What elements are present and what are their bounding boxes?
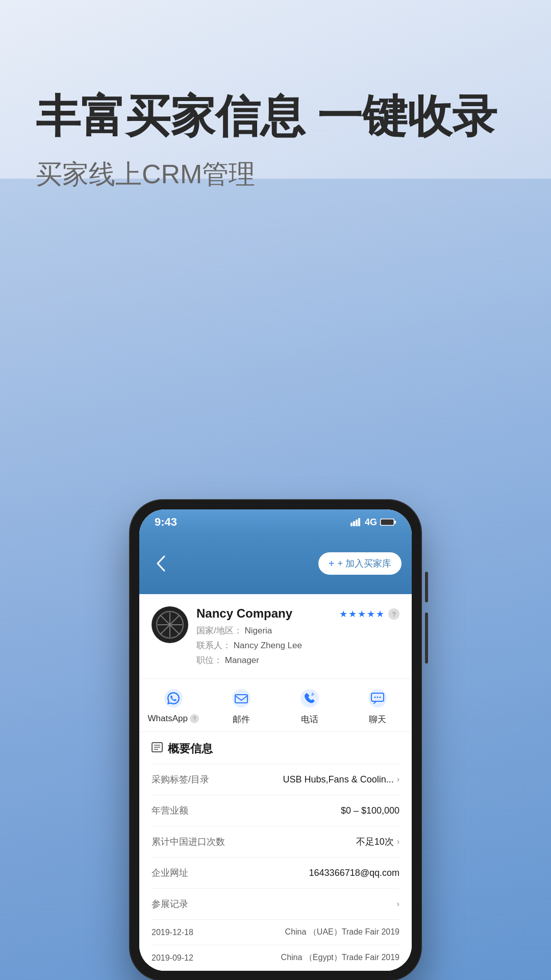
svg-rect-0	[350, 523, 353, 526]
company-position: 职位： Manager	[196, 653, 399, 668]
trade-date-2: 2019-09-12	[152, 953, 193, 963]
phone-label: 电话	[301, 714, 318, 725]
add-button-label: + 加入买家库	[337, 557, 391, 570]
company-contact: 联系人： Nancy Zheng Lee	[196, 639, 399, 653]
sub-title: 买家线上CRM管理	[36, 157, 515, 192]
avatar-graphic	[152, 606, 188, 643]
trade-date-1: 2019-12-18	[152, 928, 193, 937]
whatsapp-help-icon[interactable]: ?	[190, 714, 199, 723]
mail-label: 邮件	[233, 714, 250, 725]
chat-icon	[366, 687, 389, 709]
company-avatar	[152, 606, 188, 643]
info-row-revenue: 年营业额 $0 – $100,000	[152, 795, 399, 826]
trade-event-2: China （Egypt）Trade Fair 2019	[281, 952, 399, 963]
action-mail[interactable]: 邮件	[208, 687, 276, 725]
trade-record-2: 2019-09-12 China （Egypt）Trade Fair 2019	[152, 945, 399, 971]
mail-icon	[230, 687, 253, 709]
rating-help-icon[interactable]: ?	[388, 608, 399, 620]
trade-event-1: China （UAE）Trade Fair 2019	[285, 927, 399, 938]
revenue-label: 年营业额	[152, 804, 188, 817]
side-button-1	[425, 572, 428, 602]
chat-label: 聊天	[369, 714, 386, 725]
add-icon: +	[329, 558, 335, 570]
overview-section: 概要信息 采购标签/目录 USB Hubs,Fans & Coolin... ›…	[139, 732, 412, 971]
whatsapp-label: WhatsApp	[148, 714, 188, 724]
svg-rect-6	[381, 520, 394, 525]
phone-screen: 9:43 4G	[139, 509, 412, 971]
battery-icon	[380, 518, 396, 526]
rating-stars: ★★★★★	[339, 608, 385, 620]
expo-label: 参展记录	[152, 898, 188, 910]
info-row-website: 企业网址 1643366718@qq.com	[152, 857, 399, 889]
website-label: 企业网址	[152, 867, 188, 879]
revenue-value: $0 – $100,000	[341, 805, 399, 816]
phone-icon	[298, 687, 321, 709]
imports-chevron: ›	[397, 837, 399, 846]
action-chat[interactable]: 聊天	[344, 687, 412, 725]
svg-point-21	[380, 697, 381, 698]
overview-icon	[152, 742, 163, 756]
section-header: 概要信息	[152, 732, 399, 764]
company-country: 国家/地区： Nigeria	[196, 624, 399, 639]
phone-frame: 9:43 4G	[130, 500, 421, 980]
action-phone[interactable]: 电话	[276, 687, 344, 725]
svg-rect-1	[353, 521, 355, 526]
rating-area: ★★★★★ ?	[339, 608, 399, 620]
signal-icon	[350, 518, 362, 526]
svg-rect-2	[356, 520, 358, 526]
back-button[interactable]	[152, 554, 170, 573]
header-banner: + + 加入买家库	[139, 533, 412, 594]
status-bar: 9:43 4G	[139, 509, 412, 533]
svg-point-20	[377, 697, 379, 698]
status-time: 9:43	[155, 516, 177, 529]
status-icons: 4G	[350, 517, 396, 528]
company-card: Nancy Company ★★★★★ ? 国家/地区： Nigeria 联系人…	[139, 594, 412, 679]
tags-label: 采购标签/目录	[152, 773, 209, 786]
add-to-library-button[interactable]: + + 加入买家库	[318, 552, 402, 575]
tags-chevron: ›	[397, 775, 399, 784]
imports-value[interactable]: 不足10次 ›	[356, 836, 399, 848]
company-info: Nancy Company ★★★★★ ? 国家/地区： Nigeria 联系人…	[196, 606, 399, 668]
svg-point-16	[300, 689, 319, 707]
info-row-tags: 采购标签/目录 USB Hubs,Fans & Coolin... ›	[152, 764, 399, 795]
whatsapp-label-row: WhatsApp ?	[148, 714, 199, 724]
svg-point-13	[164, 689, 183, 707]
website-value: 1643366718@qq.com	[309, 868, 399, 878]
main-title: 丰富买家信息 一键收录	[36, 92, 515, 141]
company-header: Nancy Company ★★★★★ ? 国家/地区： Nigeria 联系人…	[152, 606, 399, 668]
imports-label: 累计中国进口次数	[152, 836, 225, 848]
company-name: Nancy Company	[196, 606, 292, 621]
info-row-imports: 累计中国进口次数 不足10次 ›	[152, 826, 399, 857]
tags-value[interactable]: USB Hubs,Fans & Coolin... ›	[283, 774, 399, 785]
whatsapp-icon	[162, 687, 185, 709]
network-label: 4G	[365, 517, 377, 528]
info-row-expo[interactable]: 参展记录 ›	[152, 889, 399, 920]
trade-record-1: 2019-12-18 China （UAE）Trade Fair 2019	[152, 920, 399, 945]
svg-rect-5	[394, 521, 396, 524]
top-section: 丰富买家信息 一键收录 买家线上CRM管理	[0, 0, 551, 243]
side-button-2	[425, 612, 428, 664]
expo-arrow: ›	[397, 899, 399, 909]
expo-chevron: ›	[397, 899, 399, 909]
action-row: WhatsApp ? 邮件	[139, 679, 412, 732]
action-whatsapp[interactable]: WhatsApp ?	[139, 687, 208, 725]
svg-rect-3	[358, 518, 360, 526]
svg-point-19	[374, 697, 376, 698]
section-title: 概要信息	[168, 741, 213, 756]
phone-mockup: 9:43 4G	[130, 500, 421, 980]
